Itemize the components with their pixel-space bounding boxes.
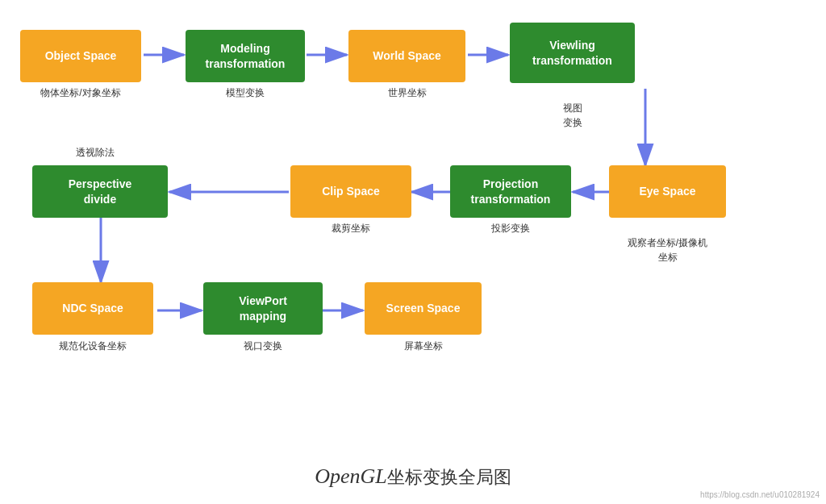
perspective-divide-box: Perspective divide xyxy=(32,165,168,218)
screen-space-label: 屏幕坐标 xyxy=(365,339,482,353)
diagram: Object Space 物体坐标/对象坐标 Modeling transfor… xyxy=(8,8,815,403)
perspective-divide-above-label: 透视除法 xyxy=(32,145,157,160)
clip-space-label: 裁剪坐标 xyxy=(290,221,411,235)
projection-transform-box: Projection transformation xyxy=(450,165,571,218)
world-space-label: 世界坐标 xyxy=(348,85,465,100)
watermark: https://blog.csdn.net/u010281924 xyxy=(700,490,820,499)
footer: OpenGL坐标变换全局图 xyxy=(0,464,826,489)
ndc-space-label: 规范化设备坐标 xyxy=(20,339,165,353)
eye-space-box: Eye Space xyxy=(609,165,726,218)
screen-space-box: Screen Space xyxy=(365,282,482,335)
viewling-transform-label: 视图 变换 xyxy=(510,86,635,130)
ndc-space-box: NDC Space xyxy=(32,282,153,335)
eye-space-label: 观察者坐标/摄像机 坐标 xyxy=(605,221,730,264)
projection-transform-label: 投影变换 xyxy=(450,221,571,235)
world-space-box: World Space xyxy=(348,30,465,82)
object-space-label: 物体坐标/对象坐标 xyxy=(20,85,141,100)
opengl-text: OpenGL xyxy=(315,464,387,488)
viewport-mapping-box: ViewPort mapping xyxy=(203,282,323,335)
modeling-transform-label: 模型变换 xyxy=(186,85,305,100)
object-space-box: Object Space xyxy=(20,30,141,82)
clip-space-box: Clip Space xyxy=(290,165,411,218)
modeling-transform-box: Modeling transformation xyxy=(186,30,305,82)
footer-rest: 坐标变换全局图 xyxy=(387,467,511,487)
viewling-transform-box: Viewling transformation xyxy=(510,23,635,83)
viewport-mapping-label: 视口变换 xyxy=(203,339,323,353)
